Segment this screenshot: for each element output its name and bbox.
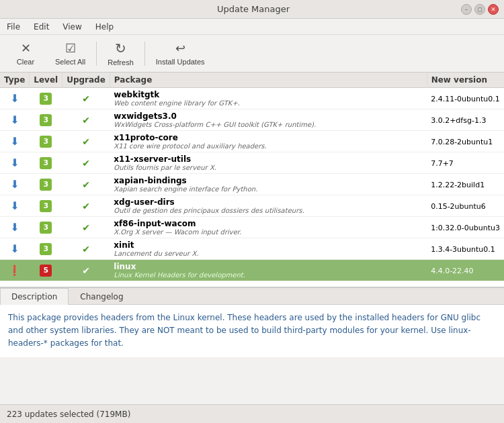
menu-edit[interactable]: Edit	[31, 21, 52, 32]
checkbox-icon[interactable]: ✔	[82, 115, 90, 126]
cell-version: 4.4.0-22.40	[427, 260, 504, 281]
package-desc: WxWidgets Cross-platform C++ GUI toolkit…	[114, 121, 423, 128]
level-badge: 3	[40, 179, 52, 191]
table-row[interactable]: ⬇3✔xf86-input-wacomX.Org X server — Waco…	[0, 217, 504, 238]
cell-package: xapian-bindingsXapian search engine inte…	[110, 174, 427, 195]
cell-upgrade[interactable]: ✔	[62, 88, 110, 109]
package-name: webkitgtk	[114, 90, 423, 99]
level-badge: 3	[40, 114, 52, 126]
title-bar: Update Manager – ◻ ✕	[0, 0, 504, 19]
install-label: Install Updates	[156, 58, 205, 66]
cell-level: 5	[30, 260, 62, 281]
status-text: 223 updates selected (719MB)	[7, 410, 130, 419]
checkbox-icon[interactable]: ✔	[82, 265, 90, 276]
level-badge: 5	[40, 265, 52, 277]
table-row[interactable]: ⬇3✔x11-xserver-utilsOutils fournis par l…	[0, 152, 504, 174]
cell-version: 1.3.4-3ubuntu0.1	[427, 238, 504, 260]
minimize-button[interactable]: –	[461, 4, 472, 15]
select-all-button[interactable]: ☑ Select All	[46, 38, 95, 68]
clear-button[interactable]: ✕ Clear	[5, 38, 46, 68]
select-all-icon: ☑	[65, 41, 76, 56]
checkbox-icon[interactable]: ✔	[82, 222, 90, 233]
checkbox-icon[interactable]: ✔	[82, 244, 90, 254]
level-badge: 3	[40, 136, 52, 148]
table-row[interactable]: ⬇3✔xapian-bindingsXapian search engine i…	[0, 174, 504, 195]
refresh-label: Refresh	[108, 58, 134, 66]
cell-level: 3	[30, 131, 62, 152]
table-body: ⬇3✔webkitgtkWeb content engine library f…	[0, 88, 504, 281]
cell-version: 1:0.32.0-0ubuntu3	[427, 217, 504, 238]
cell-upgrade[interactable]: ✔	[62, 131, 110, 152]
window-title: Update Manager	[46, 4, 461, 14]
checkbox-icon[interactable]: ✔	[82, 136, 90, 147]
refresh-button[interactable]: ↻ Refresh	[98, 38, 143, 69]
cell-type: ⬇	[0, 152, 30, 174]
cell-upgrade[interactable]: ✔	[62, 260, 110, 281]
col-version: New version	[427, 73, 504, 88]
tab-changelog[interactable]: Changelog	[69, 288, 134, 305]
table-row[interactable]: ⬇3✔xdg-user-dirsOutil de gestion des pri…	[0, 195, 504, 217]
menu-view[interactable]: View	[60, 21, 84, 32]
menu-bar: File Edit View Help	[0, 19, 504, 35]
cell-upgrade[interactable]: ✔	[62, 217, 110, 238]
version-text: 4.4.0-22.40	[431, 267, 473, 275]
package-name: x11proto-core	[114, 133, 423, 142]
cell-package: x11-xserver-utilsOutils fournis par le s…	[110, 152, 427, 174]
cell-type: ⬇	[0, 238, 30, 260]
menu-file[interactable]: File	[4, 21, 23, 32]
download-icon: ⬇	[10, 113, 19, 126]
version-text: 1.3.4-3ubuntu0.1	[431, 245, 495, 254]
col-package: Package	[110, 73, 427, 88]
menu-help[interactable]: Help	[93, 21, 116, 32]
cell-level: 3	[30, 152, 62, 174]
toolbar-separator-2	[144, 42, 145, 66]
restore-button[interactable]: ◻	[474, 4, 485, 15]
refresh-icon: ↻	[115, 40, 126, 56]
col-upgrade: Upgrade	[62, 73, 110, 88]
cell-package: x11proto-coreX11 core wire protocol and …	[110, 131, 427, 152]
cell-upgrade[interactable]: ✔	[62, 152, 110, 174]
cell-upgrade[interactable]: ✔	[62, 195, 110, 217]
version-text: 7.0.28-2ubuntu1	[431, 138, 493, 146]
package-desc: Outil de gestion des principaux dossiers…	[114, 207, 423, 214]
download-icon: ⬇	[10, 199, 19, 212]
package-desc: Outils fournis par le serveur X.	[114, 164, 423, 171]
version-text: 2.4.11-0ubuntu0.1	[431, 95, 500, 103]
table-area[interactable]: Type Level Upgrade Package New version ⬇…	[0, 73, 504, 287]
download-icon: ⬇	[10, 156, 19, 169]
table-row[interactable]: ⬇3✔x11proto-coreX11 core wire protocol a…	[0, 131, 504, 152]
cell-upgrade[interactable]: ✔	[62, 174, 110, 195]
download-icon: ⬇	[10, 92, 19, 105]
cell-upgrade[interactable]: ✔	[62, 109, 110, 131]
cell-package: xf86-input-wacomX.Org X server — Wacom i…	[110, 217, 427, 238]
warn-icon: ❗	[8, 265, 21, 277]
cell-upgrade[interactable]: ✔	[62, 238, 110, 260]
package-desc: Lancement du serveur X.	[114, 250, 423, 257]
checkbox-icon[interactable]: ✔	[82, 201, 90, 211]
install-icon: ↩	[175, 41, 185, 56]
cell-package: xdg-user-dirsOutil de gestion des princi…	[110, 195, 427, 217]
description-text: This package provides headers from the L…	[8, 313, 480, 348]
cell-package: linuxLinux Kernel Headers for developmen…	[110, 260, 427, 281]
tab-description[interactable]: Description	[0, 288, 69, 305]
level-badge: 3	[40, 243, 52, 255]
table-row[interactable]: ⬇3✔xinitLancement du serveur X.1.3.4-3ub…	[0, 238, 504, 260]
checkbox-icon[interactable]: ✔	[82, 158, 90, 169]
level-badge: 3	[40, 200, 52, 212]
cell-type: ⬇	[0, 109, 30, 131]
checkbox-icon[interactable]: ✔	[82, 179, 90, 190]
version-text: 1.2.22-2build1	[431, 181, 485, 189]
cell-level: 3	[30, 174, 62, 195]
table-row[interactable]: ⬇3✔wxwidgets3.0WxWidgets Cross-platform …	[0, 109, 504, 131]
download-icon: ⬇	[10, 178, 19, 191]
clear-icon: ✕	[21, 41, 31, 56]
table-row[interactable]: ❗5✔linuxLinux Kernel Headers for develop…	[0, 260, 504, 281]
window-controls[interactable]: – ◻ ✕	[461, 4, 499, 15]
package-desc: X.Org X server — Wacom input driver.	[114, 228, 423, 236]
table-row[interactable]: ⬇3✔webkitgtkWeb content engine library f…	[0, 88, 504, 109]
table-header-row: Type Level Upgrade Package New version	[0, 73, 504, 88]
install-updates-button[interactable]: ↩ Install Updates	[146, 38, 214, 68]
close-button[interactable]: ✕	[488, 4, 499, 15]
level-badge: 3	[40, 157, 52, 169]
checkbox-icon[interactable]: ✔	[82, 93, 90, 104]
